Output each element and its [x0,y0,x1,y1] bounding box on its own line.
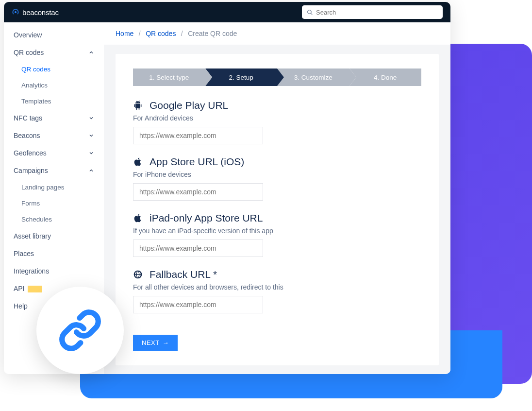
step-1[interactable]: 1. Select type [133,68,205,86]
sidebar-item-campaigns[interactable]: Campaigns [4,162,104,179]
sidebar-item-qrcodes[interactable]: QR codes [4,44,104,61]
sidebar-label: Integrations [14,267,49,275]
logo-icon [12,8,19,16]
sidebar-sub-templates[interactable]: Templates [4,93,104,109]
sidebar-item-beacons[interactable]: Beacons [4,127,104,144]
sidebar-label: Help [14,302,28,310]
step-3[interactable]: 3. Customize [277,68,349,86]
svg-point-1 [308,10,312,14]
search-icon [307,9,313,16]
sidebar-item-asset[interactable]: Asset library [4,227,104,245]
sidebar-label: Beacons [14,132,40,139]
search-input[interactable] [316,9,438,16]
sidebar-sub-forms[interactable]: Forms [4,195,104,211]
step-2[interactable]: 2. Setup [205,68,278,86]
breadcrumb: Home / QR codes / Create QR code [104,22,450,45]
topbar: beaconstac [4,2,450,22]
logo-text: beaconstac [22,8,59,17]
ipad-url-input[interactable] [133,240,263,257]
fallback-url-input[interactable] [133,296,263,313]
sidebar-label: Places [14,250,34,257]
section-title: iPad-only App Store URL [133,212,421,224]
section-sub: For all other devices and browsers, redi… [133,283,421,291]
next-label: NEXT [142,339,160,346]
sidebar-label: Overview [14,31,42,39]
sidebar-label: Asset library [14,232,51,240]
section-app-store: App Store URL (iOS) For iPhone devices [133,156,421,201]
apple-icon [133,213,143,223]
sidebar-label: API [14,285,25,292]
breadcrumb-sep: / [181,30,183,37]
chevron-up-icon [88,168,94,173]
globe-icon [133,270,143,279]
sidebar-item-nfc[interactable]: NFC tags [4,109,104,127]
breadcrumb-sep: / [139,30,141,37]
main-area: Home / QR codes / Create QR code 1. Sele… [104,22,450,374]
section-sub: For iPhone devices [133,171,421,178]
sidebar-label: QR codes [14,49,44,56]
sidebar-item-geofences[interactable]: Geofences [4,144,104,162]
section-fallback: Fallback URL * For all other devices and… [133,269,421,313]
section-title: App Store URL (iOS) [133,156,421,168]
sidebar-item-places[interactable]: Places [4,245,104,262]
sidebar-sub-schedules[interactable]: Schedules [4,211,104,227]
sidebar-label: Geofences [14,149,47,157]
sidebar-item-overview[interactable]: Overview [4,26,104,44]
breadcrumb-current: Create QR code [188,30,237,37]
section-sub: If you have an iPad-specific version of … [133,227,421,235]
section-sub: For Android devices [133,114,421,122]
next-button[interactable]: NEXT → [133,335,178,351]
content-card: 1. Select type 2. Setup 3. Customize 4. … [116,54,439,365]
section-title: Google Play URL [133,100,421,111]
android-icon [133,101,143,110]
sidebar-item-integrations[interactable]: Integrations [4,262,104,280]
sidebar-sub-analytics[interactable]: Analytics [4,77,104,93]
section-google-play: Google Play URL For Android devices [133,100,421,144]
sidebar-sub-landing[interactable]: Landing pages [4,179,104,195]
breadcrumb-home[interactable]: Home [116,30,133,37]
section-title: Fallback URL * [133,269,421,280]
sidebar-label: Campaigns [14,167,48,174]
link-icon [58,308,102,352]
google-play-url-input[interactable] [133,127,263,144]
sidebar-sub-qrcodes[interactable]: QR codes [4,61,104,77]
api-badge [28,286,42,292]
logo[interactable]: beaconstac [12,8,59,17]
arrow-right-icon: → [163,339,169,346]
title-text: App Store URL (iOS) [150,156,244,168]
chevron-down-icon [88,133,94,138]
apple-icon [133,157,143,167]
link-badge [36,287,124,374]
app-store-url-input[interactable] [133,183,263,201]
title-text: Google Play URL [150,100,228,111]
chevron-down-icon [88,115,94,121]
breadcrumb-qr[interactable]: QR codes [146,30,176,37]
step-4[interactable]: 4. Done [349,68,422,86]
stepper: 1. Select type 2. Setup 3. Customize 4. … [133,68,421,86]
chevron-down-icon [88,150,94,156]
sidebar-label: NFC tags [14,114,42,122]
title-text: Fallback URL * [150,269,217,280]
search-box[interactable] [302,5,443,19]
svg-point-0 [15,11,17,13]
svg-line-2 [311,13,312,15]
chevron-up-icon [88,50,94,55]
section-ipad: iPad-only App Store URL If you have an i… [133,212,421,257]
title-text: iPad-only App Store URL [150,212,263,224]
